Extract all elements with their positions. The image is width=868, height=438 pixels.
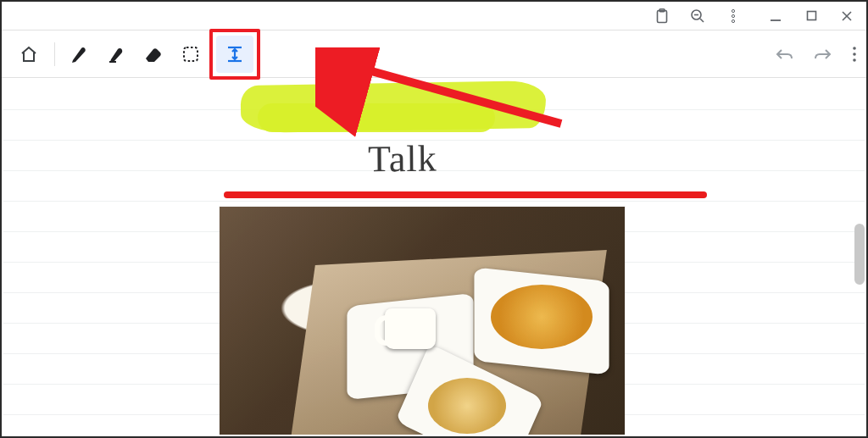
- maximize-icon[interactable]: [804, 8, 819, 24]
- home-button[interactable]: [8, 36, 49, 73]
- window-titlebar: [2, 2, 866, 30]
- image-content: [428, 378, 506, 434]
- svg-point-5: [732, 9, 734, 12]
- pen-tool[interactable]: [60, 36, 97, 73]
- undo-button[interactable]: [775, 36, 793, 73]
- clipboard-icon[interactable]: [654, 8, 670, 24]
- svg-point-19: [853, 58, 856, 62]
- svg-rect-0: [658, 10, 667, 22]
- toolbar-overflow-icon[interactable]: [853, 36, 856, 73]
- pen-stroke: [224, 191, 707, 198]
- inserted-image[interactable]: [220, 207, 625, 435]
- highlighter-stroke: [258, 103, 495, 132]
- image-content: [491, 285, 593, 349]
- svg-rect-9: [807, 12, 815, 20]
- titlebar-overflow-icon[interactable]: [726, 8, 741, 24]
- toolbar: [2, 30, 866, 78]
- highlighter-tool[interactable]: [97, 36, 135, 73]
- svg-point-6: [732, 14, 734, 17]
- redo-button[interactable]: [814, 36, 832, 73]
- svg-point-7: [732, 19, 734, 22]
- scrollbar-thumb[interactable]: [854, 224, 865, 285]
- select-tool[interactable]: [172, 36, 209, 73]
- zoom-out-icon[interactable]: [690, 8, 705, 24]
- eraser-tool[interactable]: [135, 36, 172, 73]
- handwritten-text: Talk: [368, 137, 437, 181]
- image-content: [385, 308, 436, 349]
- svg-rect-13: [184, 47, 198, 61]
- canvas-area[interactable]: Talk: [3, 80, 865, 435]
- minimize-icon[interactable]: [768, 8, 783, 24]
- close-icon[interactable]: [839, 8, 854, 24]
- separator: [54, 42, 55, 66]
- svg-line-3: [700, 19, 704, 22]
- svg-rect-12: [109, 61, 116, 63]
- expand-canvas-tool[interactable]: [216, 36, 253, 73]
- svg-point-18: [853, 53, 856, 56]
- annotation-highlight-box: [209, 29, 260, 80]
- svg-point-17: [853, 47, 856, 50]
